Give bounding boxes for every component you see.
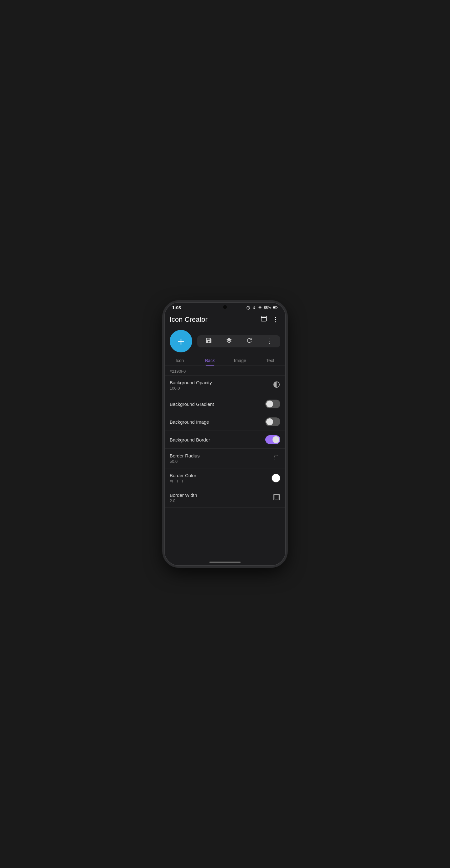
background-opacity-row[interactable]: Background Opacity 100.0 — [165, 375, 285, 395]
tab-image[interactable]: Image — [225, 355, 255, 366]
border-width-svg-icon — [273, 493, 280, 501]
background-border-content: Background Border — [170, 437, 210, 442]
bluetooth-icon — [252, 306, 256, 310]
border-color-swatch[interactable] — [271, 474, 280, 483]
svg-rect-1 — [273, 307, 275, 309]
status-time: 1:03 — [172, 305, 181, 310]
save-icon — [205, 337, 212, 344]
border-width-content: Border Width 2.0 — [170, 493, 197, 503]
layers-button[interactable] — [226, 337, 232, 345]
background-image-row[interactable]: Background Image — [165, 413, 285, 431]
settings-content[interactable]: #2190F0 Background Opacity 100.0 Backgro… — [165, 366, 285, 559]
border-radius-row[interactable]: Border Radius 50.0 — [165, 449, 285, 468]
layers-icon — [226, 337, 232, 344]
corner-radius-icon[interactable] — [273, 454, 280, 463]
alarm-icon — [246, 306, 250, 310]
background-gradient-label: Background Gradient — [170, 401, 214, 407]
background-opacity-label: Background Opacity — [170, 380, 212, 385]
toggle-thumb-2 — [266, 418, 273, 425]
background-image-content: Background Image — [170, 419, 209, 425]
border-radius-content: Border Radius 50.0 — [170, 453, 200, 464]
window-button[interactable] — [259, 314, 268, 325]
svg-rect-3 — [261, 316, 266, 321]
background-gradient-content: Background Gradient — [170, 401, 214, 407]
border-color-label: Border Color — [170, 473, 196, 478]
background-border-label: Background Border — [170, 437, 210, 442]
background-opacity-content: Background Opacity 100.0 — [170, 380, 212, 391]
camera-notch — [223, 305, 227, 309]
background-gradient-toggle[interactable] — [265, 400, 280, 408]
signal-icon — [258, 306, 262, 310]
background-border-row[interactable]: Background Border — [165, 431, 285, 449]
tab-text[interactable]: Text — [255, 355, 286, 366]
more-button[interactable]: ⋮ — [271, 314, 280, 325]
svg-rect-2 — [277, 307, 278, 308]
border-color-row[interactable]: Border Color #FFFFFF — [165, 468, 285, 488]
background-gradient-row[interactable]: Background Gradient — [165, 395, 285, 413]
overflow-button[interactable]: ⋮ — [266, 337, 272, 345]
opacity-icon[interactable] — [273, 381, 280, 390]
refresh-icon — [246, 337, 253, 344]
icon-preview[interactable]: ＋ — [170, 330, 192, 352]
corner-svg-icon — [273, 454, 280, 462]
app-title: Icon Creator — [170, 315, 207, 323]
border-width-row[interactable]: Border Width 2.0 — [165, 488, 285, 508]
border-radius-label: Border Radius — [170, 453, 200, 458]
background-image-toggle[interactable] — [265, 417, 280, 426]
background-border-toggle[interactable] — [265, 435, 280, 444]
tab-icon[interactable]: Icon — [165, 355, 195, 366]
border-width-value: 2.0 — [170, 498, 197, 503]
preview-area: ＋ ⋮ — [165, 328, 285, 355]
border-radius-value: 50.0 — [170, 459, 200, 464]
border-color-content: Border Color #FFFFFF — [170, 473, 196, 484]
plus-icon: ＋ — [175, 336, 187, 347]
background-image-label: Background Image — [170, 419, 209, 425]
toolbar-pills: ⋮ — [197, 335, 280, 347]
svg-rect-5 — [274, 494, 279, 500]
border-color-value: #FFFFFF — [170, 479, 196, 484]
tab-back[interactable]: Back — [195, 355, 225, 366]
app-bar: Icon Creator ⋮ — [165, 311, 285, 328]
toggle-thumb — [266, 401, 273, 407]
status-icons: 55% — [246, 306, 278, 310]
svg-rect-6 — [275, 495, 279, 499]
bottom-bar — [165, 559, 285, 565]
battery-icon — [273, 306, 278, 309]
home-indicator — [210, 562, 240, 563]
color-hex-value: #2190F0 — [170, 369, 186, 374]
refresh-button[interactable] — [246, 337, 253, 345]
toggle-thumb-3 — [272, 436, 279, 443]
tab-bar: Icon Back Image Text — [165, 355, 285, 366]
phone-frame: 1:03 55% Icon Creator ⋮ — [164, 302, 286, 566]
window-icon — [260, 315, 267, 322]
background-opacity-value: 100.0 — [170, 386, 212, 391]
border-width-label: Border Width — [170, 493, 197, 498]
color-value-row: #2190F0 — [165, 366, 285, 375]
save-button[interactable] — [205, 337, 212, 345]
battery-indicator: 55% — [264, 306, 271, 310]
opacity-svg-icon — [273, 381, 280, 389]
app-bar-actions: ⋮ — [259, 314, 280, 325]
border-width-icon[interactable] — [273, 493, 280, 502]
